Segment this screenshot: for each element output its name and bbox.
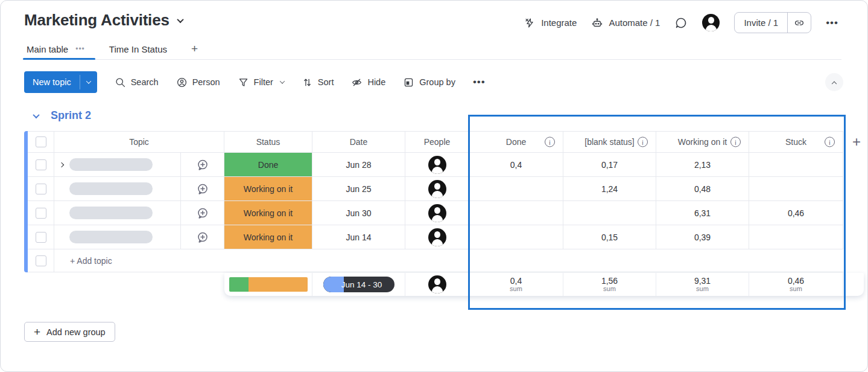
new-topic-label: New topic (33, 77, 71, 87)
filter-button[interactable]: Filter (238, 77, 284, 88)
column-header-stuck[interactable]: Stuck (749, 131, 843, 153)
topic-cell[interactable] (54, 177, 181, 201)
info-icon[interactable] (545, 137, 555, 147)
row-checkbox[interactable] (36, 159, 46, 170)
row-checkbox[interactable] (36, 255, 46, 266)
stuck-value-cell[interactable]: 0,46 (749, 201, 843, 225)
done-value-cell[interactable] (469, 225, 563, 249)
status-cell[interactable]: Working on it (224, 201, 312, 225)
group-collapse-chevron-icon[interactable] (33, 111, 39, 118)
user-avatar[interactable] (702, 14, 720, 31)
group-title[interactable]: Sprint 2 (51, 109, 91, 122)
add-new-group-button[interactable]: + Add new group (24, 322, 115, 342)
people-cell[interactable] (405, 177, 469, 201)
invite-label: Invite / 1 (744, 18, 778, 28)
column-header-people[interactable]: People (405, 131, 469, 153)
tab-main-table[interactable]: Main table (27, 44, 68, 54)
expand-row-chevron-icon[interactable] (59, 162, 64, 167)
column-header-date[interactable]: Date (312, 131, 405, 153)
working-on-it-value-cell[interactable]: 6,31 (656, 201, 749, 225)
column-header-topic[interactable]: Topic (54, 131, 224, 153)
stuck-value-cell[interactable] (749, 153, 843, 177)
integrate-bolt-icon (524, 17, 536, 29)
blank-status-value-cell[interactable]: 1,24 (563, 177, 656, 201)
date-cell[interactable]: Jun 30 (312, 201, 405, 225)
automate-button[interactable]: Automate / 1 (591, 17, 660, 29)
collapse-group-button[interactable] (825, 73, 843, 91)
add-update-cell[interactable] (181, 225, 224, 249)
info-icon[interactable] (638, 137, 648, 147)
add-view-button[interactable]: + (191, 42, 198, 56)
column-header-status[interactable]: Status (224, 131, 312, 153)
person-icon (176, 77, 188, 88)
column-header-done[interactable]: Done (469, 131, 563, 153)
toolbar-more-button[interactable]: ••• (473, 76, 486, 88)
tab-more-button[interactable]: ••• (75, 45, 85, 53)
done-value-cell[interactable] (469, 201, 563, 225)
view-tabs: Main table ••• Time In Status + (27, 42, 198, 56)
people-cell[interactable] (405, 225, 469, 249)
topic-cell[interactable] (54, 153, 181, 177)
main-table: Topic Status Date People Done [blank sta… (28, 131, 843, 272)
status-cell[interactable]: Working on it (224, 225, 312, 249)
add-update-cell[interactable] (181, 153, 224, 177)
person-avatar (428, 156, 446, 174)
automate-robot-icon (591, 17, 603, 29)
topic-cell[interactable] (54, 201, 181, 225)
row-select-cell (28, 225, 54, 249)
people-cell[interactable] (405, 153, 469, 177)
status-cell[interactable]: Working on it (224, 177, 312, 201)
new-topic-split-button[interactable]: New topic (24, 71, 97, 93)
topic-cell[interactable] (54, 225, 181, 249)
copy-link-button[interactable] (788, 13, 811, 33)
blank-status-value-cell[interactable]: 0,17 (563, 153, 656, 177)
add-column-button[interactable]: + (846, 131, 867, 153)
working-on-it-value-cell[interactable]: 2,13 (656, 153, 749, 177)
stuck-value-cell[interactable] (749, 225, 843, 249)
stuck-value-cell[interactable] (749, 177, 843, 201)
new-topic-dropdown-button[interactable] (80, 71, 97, 93)
row-checkbox[interactable] (36, 184, 46, 194)
select-all-checkbox[interactable] (36, 136, 46, 147)
new-topic-button[interactable]: New topic (24, 71, 80, 93)
table-row: Working on it Jun 30 6,31 0,46 (28, 201, 843, 225)
chevron-down-icon[interactable] (280, 79, 285, 83)
info-icon[interactable] (825, 137, 835, 147)
invite-button[interactable]: Invite / 1 (735, 13, 787, 33)
integrate-button[interactable]: Integrate (524, 17, 577, 29)
plus-icon: + (34, 326, 40, 339)
row-checkbox[interactable] (36, 208, 46, 219)
working-on-it-value-cell[interactable]: 0,39 (656, 225, 749, 249)
sort-button[interactable]: Sort (302, 77, 334, 88)
people-cell[interactable] (405, 201, 469, 225)
hide-button[interactable]: Hide (351, 77, 385, 88)
done-value-cell[interactable]: 0,4 (469, 153, 563, 177)
invite-group: Invite / 1 (734, 12, 811, 33)
row-select-cell (28, 153, 54, 177)
search-button[interactable]: Search (115, 77, 159, 88)
add-update-cell[interactable] (181, 201, 224, 225)
info-icon[interactable] (730, 137, 741, 147)
board-more-button[interactable]: ••• (826, 17, 838, 29)
column-header-working-on-it[interactable]: Working on it (656, 131, 749, 153)
board-title-wrap[interactable]: Marketing Activities (24, 11, 183, 30)
add-update-cell[interactable] (181, 177, 224, 201)
done-value-cell[interactable] (469, 177, 563, 201)
column-header-blank-status[interactable]: [blank status] (563, 131, 656, 153)
status-cell[interactable]: Done (224, 153, 312, 177)
add-topic-button[interactable]: + Add topic (54, 249, 112, 272)
tab-time-in-status[interactable]: Time In Status (109, 44, 167, 54)
row-checkbox[interactable] (36, 232, 46, 243)
group-by-button[interactable]: Group by (403, 77, 455, 88)
date-cell[interactable]: Jun 28 (312, 153, 405, 177)
person-filter-button[interactable]: Person (176, 77, 220, 88)
chat-button[interactable] (674, 16, 688, 30)
date-cell[interactable]: Jun 14 (312, 225, 405, 249)
chevron-down-icon[interactable] (177, 16, 183, 22)
person-avatar (428, 180, 446, 198)
blank-status-value-cell[interactable]: 0,15 (563, 225, 656, 249)
working-on-it-value-cell[interactable]: 0,48 (656, 177, 749, 201)
date-cell[interactable]: Jun 25 (312, 177, 405, 201)
link-icon (793, 17, 805, 29)
blank-status-value-cell[interactable] (563, 201, 656, 225)
